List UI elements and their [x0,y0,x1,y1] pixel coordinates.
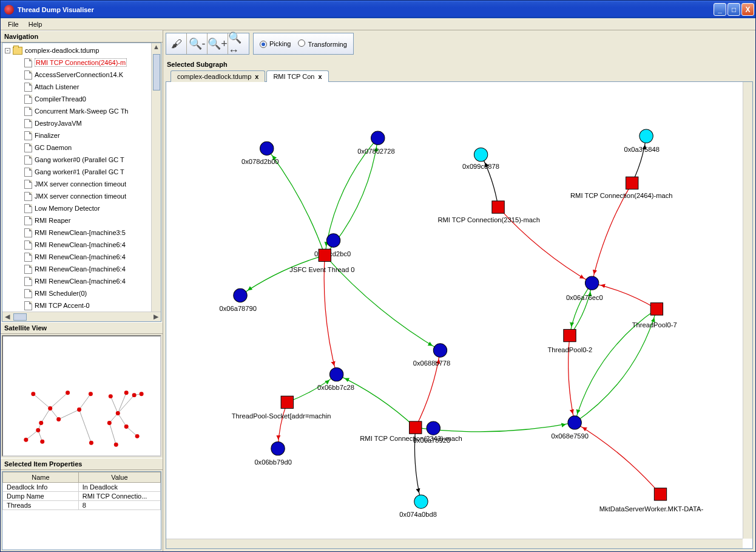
tree-item[interactable]: RMI Scheduler(0) [24,287,161,299]
object-node[interactable] [474,148,487,161]
object-node[interactable] [326,234,340,247]
tree-item[interactable]: Gang worker#1 (Parallel GC T [24,166,161,178]
tree-item[interactable]: RMI RenewClean-[machine6:4 [24,251,161,263]
svg-point-37 [135,434,140,438]
node-label: 0x078d2b00 [241,158,279,165]
graph-viewport[interactable]: 0x078d2b000x078027280x099c08780x0a3f5848… [166,81,753,549]
object-node[interactable] [427,421,440,435]
object-node[interactable] [414,495,428,508]
svg-point-28 [89,441,93,445]
close-button[interactable]: X [741,3,754,16]
menu-help[interactable]: Help [24,19,47,29]
left-column: Navigation -complex-deadlock.tdumpRMI TC… [1,30,163,551]
zoom-out-icon[interactable]: 🔍- [187,33,208,54]
tree-item[interactable]: RMI TCP Connection(2464)-m [24,56,161,69]
tree-item[interactable]: AccessServerConnection14.K [24,69,161,81]
tree-item[interactable]: CompilerThread0 [24,93,161,105]
window-title: Thread Dump Visualiser [18,6,94,13]
thread-node[interactable] [410,421,422,434]
tree-item[interactable]: Finalizer [24,129,161,141]
transforming-radio[interactable]: Transforming [298,39,346,48]
zoom-in-icon[interactable]: 🔍+ [208,33,228,54]
maximize-button[interactable]: □ [727,3,740,16]
tab[interactable]: RMI TCP Conx [266,70,328,82]
svg-point-31 [132,393,137,397]
svg-point-30 [124,390,129,395]
graph-scrollbar-vertical[interactable] [743,82,752,539]
thread-node[interactable] [654,488,666,500]
thread-node[interactable] [319,249,331,261]
tree-item[interactable]: RMI RenewClean-[machine6:4 [24,275,161,287]
graph-scrollbar-horizontal[interactable] [166,539,743,548]
tree-item[interactable]: RMI TCP Accent-0 [24,299,161,312]
picking-radio[interactable]: Picking [260,40,291,48]
thread-node[interactable] [626,177,638,189]
tree-item[interactable]: Concurrent Mark-Sweep GC Th [24,105,161,117]
thread-node[interactable] [492,201,504,213]
object-node[interactable] [640,129,653,143]
zoom-fit-icon[interactable]: 🔍↔ [228,33,249,54]
graph-edge [240,255,325,295]
tree-item[interactable]: Attach Listener [24,81,161,93]
object-node[interactable] [329,367,343,381]
svg-point-35 [107,421,112,425]
svg-point-19 [39,421,43,425]
tree-item[interactable]: Gang worker#0 (Parallel GC T [24,154,161,166]
minimize-button[interactable]: _ [714,3,726,16]
props-row[interactable]: Dump NameRMI TCP Connectio... [3,492,161,501]
graph-edge [570,283,592,335]
thread-node[interactable] [564,329,576,341]
svg-line-8 [79,394,91,410]
tree-item[interactable]: JMX server connection timeout [24,190,161,202]
svg-line-15 [118,414,126,427]
tab-close-icon[interactable]: x [255,73,258,80]
thread-tree[interactable]: -complex-deadlock.tdumpRMI TCP Connectio… [2,43,161,321]
object-node[interactable] [260,141,274,155]
object-node[interactable] [234,288,247,302]
thread-node[interactable] [281,396,293,408]
tree-scrollbar-horizontal[interactable]: ◀▶ [2,312,161,321]
tree-item[interactable]: Low Memory Detector [24,202,161,214]
tree-item[interactable]: JMX server connection timeout [24,178,161,190]
tab-row: complex-deadlock.tdumpxRMI TCP Conx [166,70,753,82]
object-node[interactable] [585,276,598,290]
thread-node[interactable] [650,303,663,315]
node-label: ThreadPool0-7 [632,321,677,329]
tree-item[interactable]: RMI RenewClean-[machine3:5 [24,227,161,239]
tree-root[interactable]: -complex-deadlock.tdump [5,44,161,56]
tree-item[interactable]: GC Daemon [24,141,161,154]
props-row[interactable]: Deadlock InfoIn Deadlock [3,483,161,492]
tree-item[interactable]: RMI Reaper [24,214,161,227]
tree-container: -complex-deadlock.tdumpRMI TCP Connectio… [2,43,161,322]
props-col-value[interactable]: Value [78,472,160,483]
tree-item[interactable]: RMI RenewClean-[machine6:4 [24,263,161,275]
node-label: 0x068e7590 [552,432,589,440]
satellite-canvas[interactable] [2,335,161,457]
tree-item[interactable]: DestroyJavaVM [24,117,161,129]
props-row[interactable]: Threads8 [3,501,161,510]
tab[interactable]: complex-deadlock.tdumpx [170,70,265,82]
menu-file[interactable]: File [3,19,24,29]
graph-edge [570,283,592,335]
svg-line-12 [118,395,134,414]
graph-edge [632,136,646,183]
brush-icon[interactable]: 🖌 [166,33,187,54]
node-label: 0x06a76ec0 [566,294,603,301]
toolbar-buttons: 🖌 🔍- 🔍+ 🔍↔ [166,33,249,55]
titlebar[interactable]: Thread Dump Visualiser _ □ X [1,1,755,18]
svg-point-24 [66,390,70,395]
object-node[interactable] [371,131,385,145]
node-label: 0x06a78920 [413,437,451,444]
svg-line-7 [59,410,79,420]
svg-line-2 [41,409,50,423]
svg-point-29 [109,394,113,398]
right-column: 🖌 🔍- 🔍+ 🔍↔ Picking Transforming Selected… [163,30,755,551]
tree-scrollbar-vertical[interactable]: ▲ [151,43,161,312]
mode-selector: Picking Transforming [253,33,354,55]
object-node[interactable] [271,441,285,455]
props-col-name[interactable]: Name [3,472,79,483]
object-node[interactable] [568,416,581,429]
tree-item[interactable]: RMI RenewClean-[machine6:4 [24,239,161,251]
object-node[interactable] [433,344,447,357]
tab-close-icon[interactable]: x [318,73,322,80]
